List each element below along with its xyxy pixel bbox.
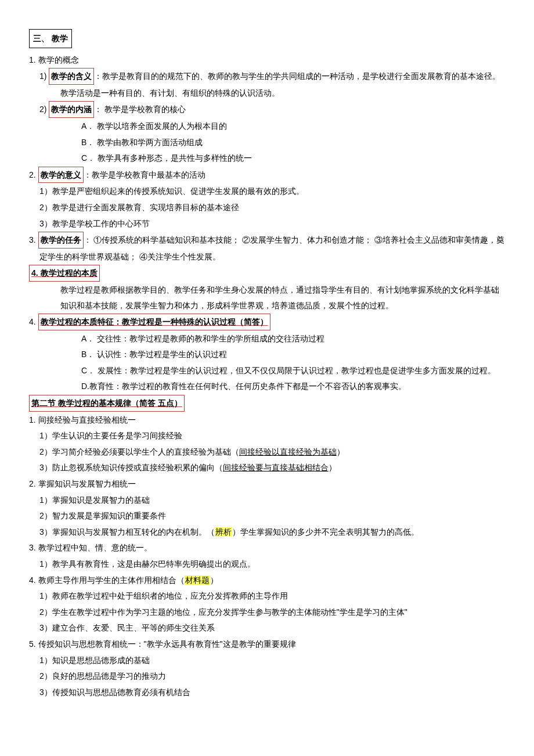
rule-2-2: 2）智力发展是掌握知识的重要条件 — [29, 508, 505, 524]
text: ）学生掌握知识的多少并不完全表明其智力的高低。 — [232, 527, 419, 537]
box-meaning: 教学的含义 — [49, 68, 94, 85]
box-essence: 4. 教学过程的本质 — [29, 265, 100, 282]
box-connotation: 教学的内涵 — [49, 101, 94, 118]
heading-5: 4. 教学过程的本质特征：教学过程是一种特殊的认识过程（简答） — [29, 314, 505, 330]
para-1-2-a: A． 教学以培养全面发展的人为根本目的 — [29, 118, 505, 134]
text: 4. 教师主导作用与学生的主体作用相结合（ — [29, 575, 185, 585]
text: ： 教学是学校教育的核心 — [94, 105, 186, 114]
highlight-material: 材料题 — [185, 575, 210, 585]
highlight-analysis: 辨析 — [215, 527, 232, 537]
para-1-1-cont: 教学活动是一种有目的、有计划、有组织的特殊的认识活动。 — [29, 85, 505, 101]
para-4: 教学过程是教师根据教学目的、教学任务和学生身心发展的特点，通过指导学生有目的、有… — [29, 282, 505, 313]
rule-2-1: 1）掌握知识是发展智力的基础 — [29, 492, 505, 508]
text: 3）掌握知识与发展智力相互转化的内在机制。（ — [39, 527, 215, 537]
text: ） — [210, 575, 218, 585]
para-2-1: 1）教学是严密组织起来的传授系统知识、促进学生发展的最有效的形式。 — [29, 183, 505, 199]
rule-4-3: 3）建立合作、友爱、民主、平等的师生交往关系 — [29, 620, 505, 636]
box-task: 教学的任务 — [38, 232, 84, 249]
text: ： ①传授系统的科学基础知识和基本技能； ②发展学生智力、体力和创造才能； ③培… — [84, 235, 505, 244]
heading-3: 3. 教学的任务： ①传授系统的科学基础知识和基本技能； ②发展学生智力、体力和… — [29, 232, 505, 249]
text: 4. — [29, 317, 36, 326]
heading-4: 4. 教学过程的本质 — [29, 265, 505, 282]
para-3-cont: 定学生的科学世界观基础； ④关注学生个性发展。 — [29, 249, 505, 265]
text: ） — [337, 447, 345, 456]
box-significance: 教学的意义 — [38, 167, 84, 183]
para-1-1: 1) 教学的含义：教学是教育目的的规范下的、教师的教与学生的学共同组成的一种活动… — [29, 68, 505, 85]
rule-5-2: 2）良好的思想品德是学习的推动力 — [29, 668, 505, 684]
heading-6: 第二节 教学过程的基本规律（简答 五点） — [29, 395, 505, 412]
text: ） — [329, 463, 337, 472]
rule-1-2: 2）学习简介经验必须要以学生个人的直接经验为基础（间接经验以直接经验为基础） — [29, 444, 505, 460]
para-2-3: 3）教学是学校工作的中心环节 — [29, 216, 505, 232]
para-5-b: B． 认识性：教学过程是学生的认识过程 — [29, 347, 505, 362]
rule-4-2: 2）学生在教学过程中作为学习主题的地位，应充分发挥学生参与教学的主体能动性"学生… — [29, 604, 505, 620]
para-5-d: D.教育性：教学过程的教育性在任何时代、任何历史条件下都是一个不容否认的客观事实… — [29, 379, 505, 394]
rule-2: 2. 掌握知识与发展智力相统一 — [29, 476, 505, 492]
para-1-2-b: B． 教学由教和学两方面活动组成 — [29, 135, 505, 150]
rule-5-1: 1）知识是思想品德形成的基础 — [29, 653, 505, 668]
rule-2-3: 3）掌握知识与发展智力相互转化的内在机制。（辨析）学生掌握知识的多少并不完全表明… — [29, 524, 505, 540]
heading-1: 1. 教学的概念 — [29, 52, 505, 68]
text: 3）防止忽视系统知识传授或直接经验积累的偏向（ — [39, 463, 223, 472]
para-1-2: 2) 教学的内涵： 教学是学校教育的核心 — [29, 101, 505, 118]
text: ：教学是教育目的的规范下的、教师的教与学生的学共同组成的一种活动，是学校进行全面… — [94, 71, 500, 81]
para-1-2-c: C． 教学具有多种形态，是共性与多样性的统一 — [29, 150, 505, 166]
rule-1-1: 1）学生认识的主要任务是学习间接经验 — [29, 428, 505, 444]
text: ：教学是学校教育中最基本的活动 — [84, 170, 205, 179]
underline-text: 间接经验要与直接基础相结合 — [223, 463, 329, 472]
para-5-a: A． 交往性：教学过程是教师的教和学生的学所组成的交往活动过程 — [29, 331, 505, 347]
rule-4-1: 1）教师在教学过程中处于组织者的地位，应充分发挥教师的主导作用 — [29, 588, 505, 604]
rule-1-3: 3）防止忽视系统知识传授或直接经验积累的偏向（间接经验要与直接基础相结合） — [29, 460, 505, 476]
section-title: 三、 教学 — [29, 29, 72, 48]
box-feature: 教学过程的本质特征：教学过程是一种特殊的认识过程（简答） — [38, 314, 270, 330]
para-2-2: 2）教学是进行全面发展教育、实现培养目标的基本途径 — [29, 200, 505, 215]
box-section2: 第二节 教学过程的基本规律（简答 五点） — [29, 395, 185, 412]
rule-3-1: 1）教学具有教育性，这是由赫尔巴特率先明确提出的观点。 — [29, 556, 505, 572]
rule-1: 1. 间接经验与直接经验相统一 — [29, 412, 505, 428]
rule-4: 4. 教师主导作用与学生的主体作用相结合（材料题） — [29, 573, 505, 588]
text: 2）学习简介经验必须要以学生个人的直接经验为基础（ — [39, 447, 239, 456]
rule-5: 5. 传授知识与思想教育相统一："教学永远具有教育性"这是教学的重要规律 — [29, 636, 505, 652]
underline-text: 间接经验以直接经验为基础 — [239, 447, 337, 456]
rule-5-3: 3）传授知识与思想品德教育必须有机结合 — [29, 685, 505, 700]
heading-2: 2. 教学的意义：教学是学校教育中最基本的活动 — [29, 167, 505, 183]
rule-3: 3. 教学过程中知、情、意的统一。 — [29, 540, 505, 556]
para-5-c: C． 发展性：教学过程是学生的认识过程，但又不仅仅局限于认识过程，教学过程也是促… — [29, 363, 505, 379]
